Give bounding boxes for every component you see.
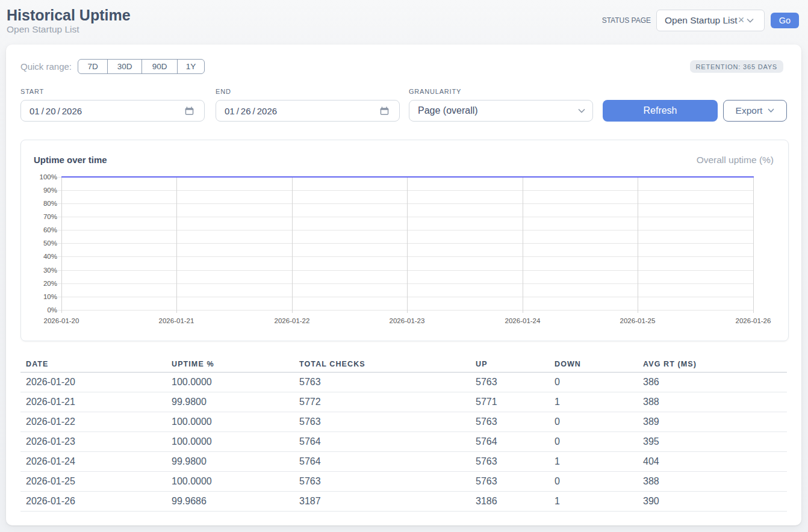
- svg-text:2026-01-22: 2026-01-22: [275, 317, 310, 324]
- svg-text:2026-01-21: 2026-01-21: [159, 317, 194, 324]
- svg-text:50%: 50%: [43, 240, 57, 247]
- svg-text:60%: 60%: [43, 226, 57, 234]
- svg-text:2026-01-24: 2026-01-24: [505, 317, 541, 324]
- svg-text:40%: 40%: [43, 253, 57, 260]
- svg-text:2026-01-23: 2026-01-23: [390, 317, 425, 324]
- svg-text:0%: 0%: [47, 306, 57, 314]
- svg-text:70%: 70%: [43, 213, 57, 220]
- svg-text:80%: 80%: [43, 200, 57, 207]
- svg-text:20%: 20%: [43, 280, 57, 287]
- svg-text:2026-01-26: 2026-01-26: [736, 317, 771, 324]
- svg-text:100%: 100%: [40, 173, 57, 181]
- svg-text:90%: 90%: [43, 187, 57, 194]
- svg-text:30%: 30%: [43, 267, 57, 274]
- svg-text:10%: 10%: [43, 293, 57, 300]
- svg-text:2026-01-20: 2026-01-20: [44, 317, 79, 324]
- svg-text:2026-01-25: 2026-01-25: [620, 317, 656, 324]
